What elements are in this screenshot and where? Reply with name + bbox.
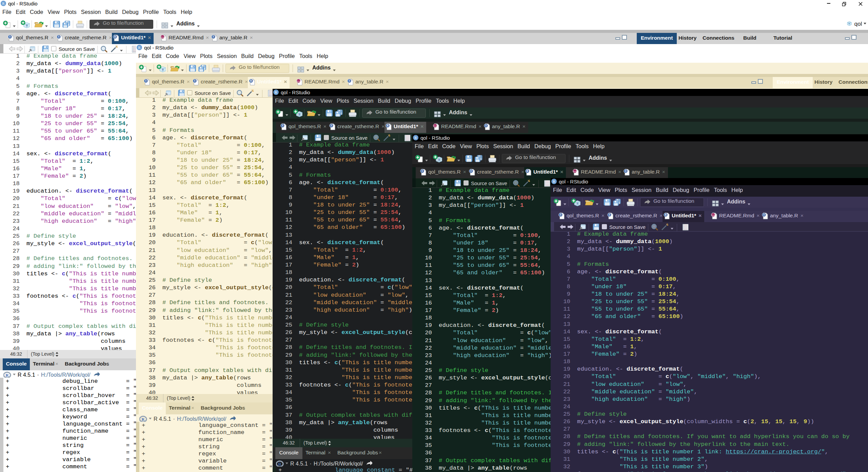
svg-text:R: R [414, 136, 417, 140]
svg-text:R: R [2, 1, 5, 5]
svg-text:R: R [485, 124, 487, 127]
svg-text:R: R [665, 213, 667, 216]
svg-text:R: R [299, 113, 301, 116]
svg-text:Rmd: Rmd [712, 214, 715, 216]
svg-text:R: R [5, 373, 9, 378]
svg-text:R: R [763, 213, 765, 216]
svg-text:R: R [560, 213, 562, 216]
svg-text:R: R [278, 461, 281, 467]
svg-text:R: R [275, 90, 277, 94]
svg-text:R: R [577, 202, 579, 205]
svg-text:R: R [527, 170, 529, 173]
svg-text:R: R [438, 158, 440, 161]
svg-text:Rmd: Rmd [161, 36, 164, 38]
svg-text:R: R [145, 79, 147, 82]
svg-text:Rmd: Rmd [297, 80, 300, 82]
svg-text:R: R [848, 22, 850, 25]
svg-text:R: R [213, 35, 215, 38]
svg-text:R: R [331, 124, 333, 127]
svg-text:R: R [609, 213, 611, 216]
svg-text:R: R [162, 68, 164, 71]
svg-text:R: R [114, 35, 116, 38]
svg-text:R: R [141, 417, 145, 422]
svg-text:R: R [58, 35, 60, 38]
svg-text:R: R [282, 124, 284, 127]
svg-text:R: R [421, 170, 423, 173]
svg-text:R: R [138, 45, 141, 50]
svg-text:R: R [26, 24, 28, 27]
svg-text:R: R [349, 79, 351, 82]
svg-text:R: R [387, 124, 389, 127]
svg-text:R: R [553, 179, 555, 183]
svg-text:R: R [194, 79, 196, 82]
svg-text:Rmd: Rmd [434, 125, 437, 127]
svg-text:R: R [625, 170, 627, 173]
svg-text:R: R [470, 170, 472, 173]
svg-text:R: R [9, 35, 11, 38]
svg-text:Rmd: Rmd [573, 171, 577, 172]
svg-text:R: R [250, 79, 252, 82]
